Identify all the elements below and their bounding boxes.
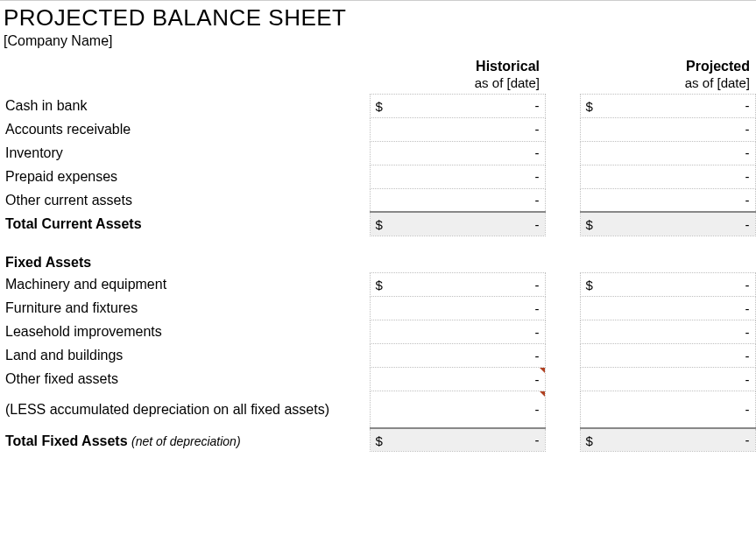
header-projected: Projected as of [date] [580,58,755,94]
cell-projected[interactable]: - [580,391,755,428]
row-machinery: Machinery and equipment $- $- [4,273,755,297]
row-accounts-receivable: Accounts receivable - - [4,117,755,141]
cell-historical[interactable]: - [370,141,545,165]
cell-projected[interactable]: - [580,297,755,320]
row-furniture: Furniture and fixtures - - [4,297,755,320]
row-cash-in-bank: Cash in bank $ - $ - [4,94,755,117]
cell-projected[interactable]: - [580,141,755,165]
cell-historical[interactable]: - [370,165,545,188]
cell-projected[interactable]: - [580,344,755,368]
cell-historical[interactable]: - [370,117,545,141]
cell-historical-total[interactable]: $- [370,212,545,236]
cell-projected[interactable]: - [580,117,755,141]
cell-historical[interactable]: $- [370,273,545,297]
cell-historical[interactable]: $ - [370,94,545,117]
cell-projected[interactable]: - [580,188,755,212]
cell-projected[interactable]: - [580,320,755,344]
cell-projected[interactable]: - [580,368,755,391]
cell-projected-total[interactable]: $- [580,212,755,236]
row-other-fixed-assets: Other fixed assets - - [4,368,755,391]
cell-projected[interactable]: $ - [580,94,755,117]
column-headers: Historical as of [date] Projected as of … [4,58,755,94]
balance-sheet: PROJECTED BALANCE SHEET [Company Name] H… [0,1,756,452]
cell-historical[interactable]: - [370,368,545,391]
row-total-fixed-assets: Total Fixed Assets (net of depreciation)… [4,428,755,452]
row-total-current-assets: Total Current Assets $- $- [4,212,755,236]
cell-historical[interactable]: - [370,188,545,212]
row-land-buildings: Land and buildings - - [4,344,755,368]
row-less-depreciation: (LESS accumulated depreciation on all fi… [4,391,755,428]
company-name: [Company Name] [4,33,756,58]
cell-historical-total[interactable]: $- [370,428,545,452]
row-inventory: Inventory - - [4,141,755,165]
balance-table: Historical as of [date] Projected as of … [4,58,756,452]
page-title: PROJECTED BALANCE SHEET [4,4,756,33]
cell-projected[interactable]: $- [580,273,755,297]
row-prepaid-expenses: Prepaid expenses - - [4,165,755,188]
row-other-current-assets: Other current assets - - [4,188,755,212]
cell-projected-total[interactable]: $- [580,428,755,452]
cell-historical[interactable]: - [370,344,545,368]
cell-historical[interactable]: - [370,297,545,320]
header-historical: Historical as of [date] [370,58,545,94]
cell-historical[interactable]: - [370,320,545,344]
cell-projected[interactable]: - [580,165,755,188]
section-fixed-assets: Fixed Assets [4,251,755,273]
row-leasehold: Leasehold improvements - - [4,320,755,344]
cell-historical[interactable]: - [370,391,545,428]
